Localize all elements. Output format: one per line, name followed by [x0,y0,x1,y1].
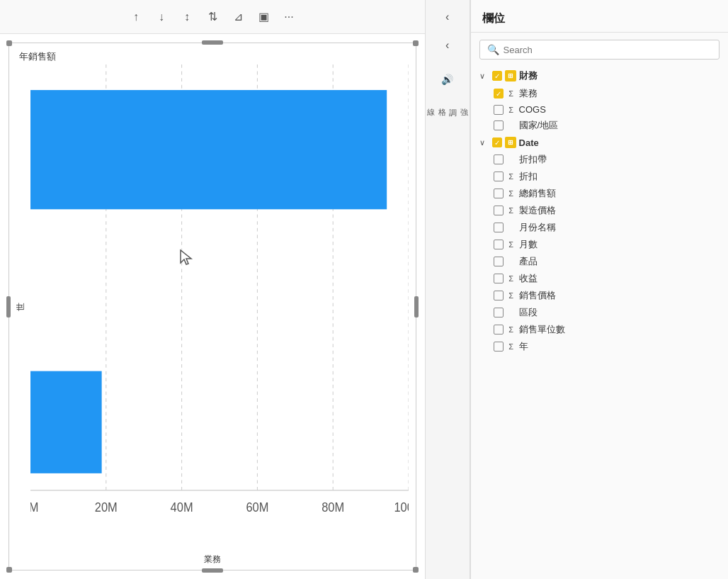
field-item-country[interactable]: Σ 國家/地區 [471,117,728,134]
checkbox-month-name[interactable] [494,223,504,232]
sort-both-icon[interactable]: ↕ [180,11,194,23]
more-icon[interactable]: ··· [282,11,296,23]
sort-desc-icon[interactable]: ↓ [154,11,169,23]
field-item-discount-band[interactable]: Σ 折扣帶 [471,151,728,168]
group-label-date: Date [519,137,539,148]
field-item-month-num[interactable]: Σ 月數 [471,236,728,253]
resize-top-left[interactable] [6,40,12,46]
resize-right[interactable] [414,296,419,317]
field-item-sale-price[interactable]: Σ 銷售價格 [471,287,728,304]
sigma-icon-units-sold: Σ [506,325,516,334]
svg-rect-5 [30,90,387,209]
field-label-yewu: 業務 [519,87,538,100]
field-label-year: 年 [519,340,528,353]
checkbox-country[interactable] [494,120,504,130]
checkbox-year[interactable] [494,342,504,352]
field-label-segment: 區段 [519,306,538,319]
svg-rect-7 [30,371,102,473]
sigma-icon-sale-price: Σ [506,291,516,300]
sound-btn[interactable]: 🔊 [436,68,459,91]
chart-area: 2014 2013 0M 20M 40M 60M 80M 100M [30,64,409,541]
resize-top[interactable] [202,40,223,45]
svg-text:0M: 0M [30,500,38,515]
field-label-month-num: 月數 [519,238,538,251]
search-icon: 🔍 [487,44,499,55]
checkbox-segment[interactable] [494,308,504,317]
field-label-mfg-price: 製造價格 [519,204,556,217]
search-input[interactable] [504,45,712,55]
field-item-discount[interactable]: Σ 折扣 [471,168,728,185]
table-icon-finance: ⊞ [505,70,516,81]
grid-icon[interactable]: ▣ [256,10,271,23]
expand-icon[interactable]: ⇅ [205,10,220,23]
sigma-icon-revenue: Σ [506,274,516,283]
sigma-icon-yewu: Σ [506,89,516,98]
checkbox-total-sales[interactable] [494,189,504,198]
checkbox-discount[interactable] [494,172,504,181]
svg-text:60M: 60M [246,500,268,515]
field-label-month-name: 月份名稱 [519,221,556,234]
y-axis-label: 世 [15,303,27,311]
group-checkbox-date[interactable]: ✓ [492,137,502,147]
svg-text:40M: 40M [171,500,193,515]
resize-bottom-right[interactable] [413,567,419,573]
field-item-mfg-price[interactable]: Σ 製造價格 [471,202,728,219]
checkbox-product[interactable] [494,257,504,266]
field-label-country: 國家/地區 [519,119,559,132]
fields-list: ∨ ✓ ⊞ 財務 ✓ Σ 業務 Σ COGS Σ 國家/地區 ∨ ✓ ⊞ Dat… [471,67,728,579]
search-box[interactable]: 🔍 [479,40,720,60]
field-label-total-sales: 總銷售額 [519,187,556,200]
checkbox-mfg-price[interactable] [494,206,504,215]
field-item-product[interactable]: Σ 產品 [471,253,728,270]
chart-container: 年銷售額 世 2014 2013 [8,43,416,570]
field-item-cogs[interactable]: Σ COGS [471,102,728,117]
nav-back-btn[interactable]: ‹ [436,6,459,28]
sigma-icon-total-sales: Σ [506,189,516,198]
sigma-icon-year: Σ [506,342,516,351]
field-label-sale-price: 銷售價格 [519,289,556,302]
checkbox-sale-price[interactable] [494,291,504,300]
group-header-date[interactable]: ∨ ✓ ⊞ Date [471,134,728,151]
field-label-units-sold: 銷售單位數 [519,323,565,336]
field-item-revenue[interactable]: Σ 收益 [471,270,728,287]
field-item-units-sold[interactable]: Σ 銷售單位數 [471,321,728,338]
resize-top-right[interactable] [413,40,419,46]
resize-left[interactable] [6,296,11,317]
checkbox-revenue[interactable] [494,274,504,283]
chevron-down-icon: ∨ [479,72,489,81]
fields-title: 欄位 [471,0,728,33]
resize-bottom[interactable] [202,568,223,573]
field-label-cogs: COGS [519,104,546,115]
checkbox-yewu[interactable]: ✓ [494,89,504,99]
group-checkbox-finance[interactable]: ✓ [492,71,502,81]
field-label-revenue: 收益 [519,272,538,285]
field-item-yewu[interactable]: ✓ Σ 業務 [471,85,728,102]
sigma-icon-mfg-price: Σ [506,206,516,215]
field-label-discount: 折扣 [519,170,538,183]
x-axis-label: 業務 [204,553,221,566]
field-item-year[interactable]: Σ 年 [471,338,728,355]
chevron-icon-date: ∨ [479,138,489,147]
filter-icon[interactable]: ⊿ [231,10,245,23]
group-label-finance: 財務 [519,69,538,82]
checkbox-cogs[interactable] [494,105,504,115]
sort-asc-icon[interactable]: ↑ [129,11,143,23]
middle-sidebar: ‹ ‹ 🔊 強 調 格 線 [425,0,470,579]
field-item-segment[interactable]: Σ 區段 [471,304,728,321]
sigma-icon-discount: Σ [506,172,516,181]
field-item-month-name[interactable]: Σ 月份名稱 [471,219,728,236]
field-label-product: 產品 [519,255,538,268]
group-header-finance[interactable]: ∨ ✓ ⊞ 財務 [471,67,728,85]
checkbox-units-sold[interactable] [494,325,504,335]
sigma-icon-month-num: Σ [506,240,516,249]
resize-bottom-left[interactable] [6,567,12,573]
table-icon-date: ⊞ [505,137,516,148]
checkbox-month-num[interactable] [494,240,504,249]
chevron-left-icon2: ‹ [445,39,449,52]
fields-panel: 欄位 🔍 ∨ ✓ ⊞ 財務 ✓ Σ 業務 Σ COGS Σ 國家/地區 [470,0,728,579]
nav-back-btn2[interactable]: ‹ [436,34,459,57]
field-item-total-sales[interactable]: Σ 總銷售額 [471,185,728,202]
svg-text:80M: 80M [322,500,344,515]
checkbox-discount-band[interactable] [494,154,504,164]
svg-text:20M: 20M [95,500,118,515]
